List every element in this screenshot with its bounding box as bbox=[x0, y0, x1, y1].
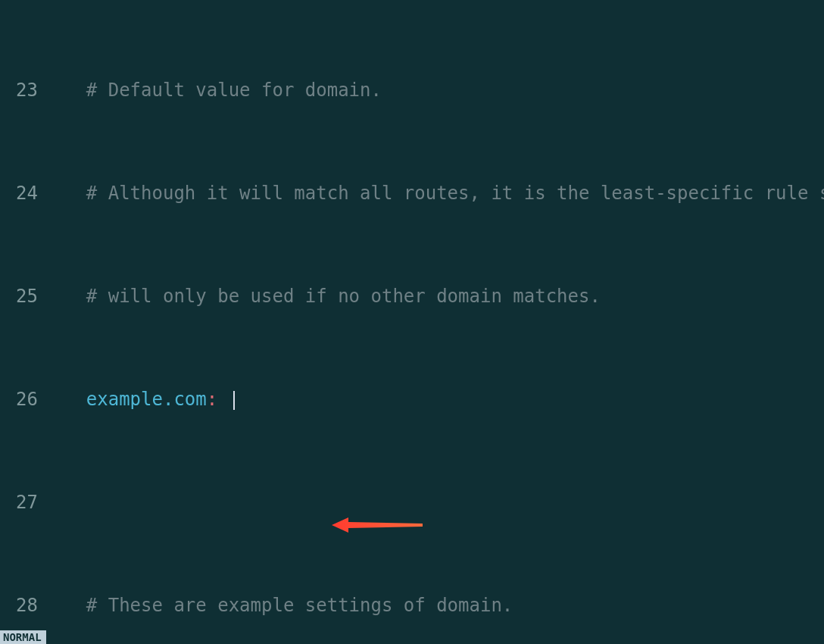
annotation-arrow-icon bbox=[332, 515, 423, 535]
code-line: 24 # Although it will match all routes, … bbox=[0, 180, 824, 206]
line-number: 25 bbox=[0, 283, 42, 309]
line-number: 27 bbox=[0, 489, 42, 515]
code-line: 26 example.com: | bbox=[0, 386, 824, 412]
yaml-key: example.com bbox=[86, 389, 207, 410]
yaml-comment: # These are example settings of domain. bbox=[86, 595, 513, 616]
yaml-comment: # Although it will match all routes, it … bbox=[86, 183, 824, 204]
code-line: 27 bbox=[0, 489, 824, 515]
code-editor[interactable]: 23 # Default value for domain. 24 # Alth… bbox=[0, 0, 824, 644]
code-line: 23 # Default value for domain. bbox=[0, 77, 824, 103]
yaml-comment: # Default value for domain. bbox=[86, 80, 382, 101]
code-line: 28 # These are example settings of domai… bbox=[0, 592, 824, 618]
line-number: 28 bbox=[0, 592, 42, 618]
line-number: 26 bbox=[0, 386, 42, 412]
yaml-comment: # will only be used if no other domain m… bbox=[86, 286, 601, 307]
line-number: 24 bbox=[0, 180, 42, 206]
svg-marker-0 bbox=[332, 517, 423, 533]
code-line: 25 # will only be used if no other domai… bbox=[0, 283, 824, 309]
line-number: 23 bbox=[0, 77, 42, 103]
status-mode-badge: NORMAL bbox=[0, 630, 46, 644]
